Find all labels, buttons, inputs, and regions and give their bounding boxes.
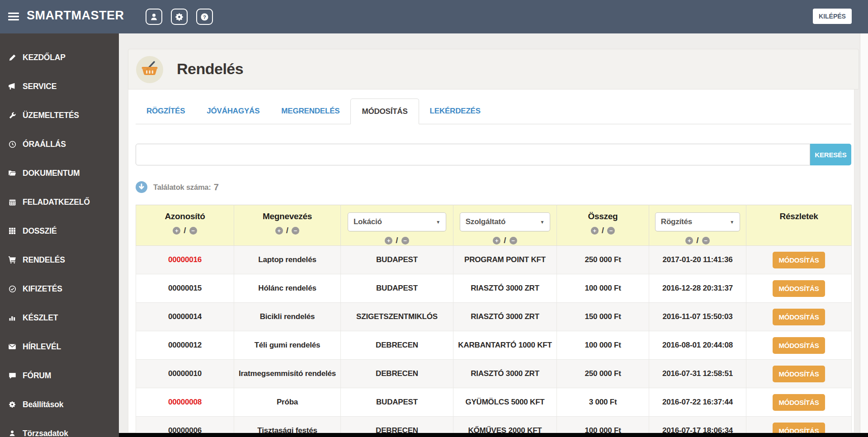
sidebar-item-dosszie[interactable]: DOSSZIÉ xyxy=(0,216,119,245)
cell-lokacio: BUDAPEST xyxy=(341,246,453,274)
cell-reszletek: MÓDOSÍTÁS xyxy=(746,360,852,388)
cell-lokacio: DEBRECEN xyxy=(341,360,453,388)
gear-icon xyxy=(175,13,184,21)
szolgaltato-filter-select[interactable]: Szolgáltató▼ xyxy=(460,212,551,231)
sort-asc-icon[interactable]: + xyxy=(275,227,283,235)
modify-button[interactable]: MÓDOSÍTÁS xyxy=(773,280,825,297)
results-summary: Találatok száma: 7 xyxy=(136,181,219,193)
sidebar-item-rendeles[interactable]: RENDELÉS xyxy=(0,245,119,274)
hamburger-menu-button[interactable] xyxy=(8,12,19,21)
sidebar-item-oraallas[interactable]: ÓRAÁLLÁS xyxy=(0,130,119,159)
cell-lokacio: BUDAPEST xyxy=(341,388,453,417)
sidebar-item-dokumentum[interactable]: DOKUMENTUM xyxy=(0,159,119,188)
svg-text:?: ? xyxy=(203,14,206,19)
column-header-azonosito: Azonosító +/− xyxy=(136,205,234,246)
sidebar-item-torzsadatok[interactable]: Törzsadatok xyxy=(0,419,119,437)
tab-megrendeles[interactable]: MEGRENDELÉS xyxy=(270,99,350,124)
cell-megnevezes: Próba xyxy=(234,388,341,417)
gear-icon xyxy=(8,400,17,409)
modify-button[interactable]: MÓDOSÍTÁS xyxy=(773,337,825,354)
sort-asc-icon[interactable]: + xyxy=(591,227,599,235)
sort-controls: +/− xyxy=(557,226,649,235)
navbar-icon-group: ? xyxy=(146,9,213,25)
main-content: Rendelés RÖGZÍTÉS JÓVÁHAGYÁS MEGRENDELÉS… xyxy=(119,33,868,437)
sort-desc-icon[interactable]: − xyxy=(509,237,517,244)
sort-desc-icon[interactable]: − xyxy=(189,227,197,235)
cell-reszletek: MÓDOSÍTÁS xyxy=(746,274,852,303)
table-header-row: Azonosító +/− Megnevezés +/− Lokáció▼ +/… xyxy=(136,205,852,246)
sidebar-item-kifizetes[interactable]: KIFIZETÉS xyxy=(0,274,119,303)
modify-button[interactable]: MÓDOSÍTÁS xyxy=(773,366,825,382)
cell-szolgaltato: GYÜMÖLCS 5000 KFT xyxy=(453,388,557,417)
scrollbar-track[interactable] xyxy=(860,33,868,433)
sort-asc-icon[interactable]: + xyxy=(173,227,180,235)
check-circle-icon xyxy=(8,285,17,293)
tab-rogzites[interactable]: RÖGZÍTÉS xyxy=(136,99,196,124)
table-row: 00000014 Bicikli rendelés SZIGETSZENTMIK… xyxy=(136,303,852,331)
logout-button[interactable]: KILÉPÉS xyxy=(813,9,852,24)
sidebar-item-hirlevel[interactable]: HÍRLEVÉL xyxy=(0,332,119,361)
sort-asc-icon[interactable]: + xyxy=(493,237,500,244)
search-button[interactable]: KERESÉS xyxy=(810,144,851,165)
sort-desc-icon[interactable]: − xyxy=(607,227,615,235)
wrench-icon xyxy=(8,111,17,119)
cell-szolgaltato: PROGRAM POINT KFT xyxy=(453,246,557,274)
cell-megnevezes: Hólánc rendelés xyxy=(234,274,341,303)
settings-button[interactable] xyxy=(171,9,188,25)
cell-azonosito: 00000015 xyxy=(136,274,234,303)
sort-desc-icon[interactable]: − xyxy=(292,227,299,235)
search-input[interactable] xyxy=(136,144,810,165)
results-count: 7 xyxy=(214,182,219,193)
modify-button[interactable]: MÓDOSÍTÁS xyxy=(773,394,825,411)
cell-lokacio: DEBRECEN xyxy=(341,331,453,360)
cell-lokacio: SZIGETSZENTMIKLÓS xyxy=(341,303,453,331)
sort-asc-icon[interactable]: + xyxy=(685,237,693,244)
column-header-osszeg: Összeg +/− xyxy=(557,205,649,246)
megaphone-icon xyxy=(8,82,17,90)
sidebar-item-keszlet[interactable]: KÉSZLET xyxy=(0,303,119,332)
modify-button[interactable]: MÓDOSÍTÁS xyxy=(773,309,825,325)
help-button[interactable]: ? xyxy=(196,9,213,25)
cell-rogzites: 2016-07-22 16:37:44 xyxy=(649,388,746,417)
sidebar-item-feladatkezelo[interactable]: FELADATKEZELŐ xyxy=(0,188,119,216)
sidebar-item-uzemeltetes[interactable]: ÜZEMELTETÉS xyxy=(0,101,119,130)
modify-button[interactable]: MÓDOSÍTÁS xyxy=(773,252,825,268)
cell-reszletek: MÓDOSÍTÁS xyxy=(746,246,852,274)
column-header-lokacio: Lokáció▼ +/− xyxy=(341,205,453,246)
basket-icon xyxy=(136,56,163,83)
sort-asc-icon[interactable]: + xyxy=(385,237,392,244)
cell-megnevezes: Laptop rendelés xyxy=(234,246,341,274)
page-title: Rendelés xyxy=(177,60,243,78)
top-navbar: SMARTMASTER ? KILÉPÉS xyxy=(0,0,868,33)
rogzites-filter-select[interactable]: Rögzítés▼ xyxy=(655,212,740,231)
chevron-down-icon: ▼ xyxy=(436,220,440,225)
lokacio-filter-select[interactable]: Lokáció▼ xyxy=(348,212,446,231)
table-row: 00000016 Laptop rendelés BUDAPEST PROGRA… xyxy=(136,246,852,274)
cell-osszeg: 3 000 Ft xyxy=(557,388,649,417)
sidebar-item-service[interactable]: SERVICE xyxy=(0,72,119,101)
arrow-down-circle-icon[interactable] xyxy=(136,181,147,193)
tab-modositas[interactable]: MÓDOSÍTÁS xyxy=(350,99,419,124)
cell-reszletek: MÓDOSÍTÁS xyxy=(746,388,852,417)
column-header-reszletek: Részletek xyxy=(746,205,852,246)
column-header-szolgaltato: Szolgáltató▼ +/− xyxy=(453,205,557,246)
table-row: 00000012 Téli gumi rendelés DEBRECEN KAR… xyxy=(136,331,852,360)
application-window: SMARTMASTER ? KILÉPÉS KEZDŐLAP SERVICE Ü… xyxy=(0,0,868,437)
profile-button[interactable] xyxy=(146,9,162,25)
cell-azonosito: 00000010 xyxy=(136,360,234,388)
sort-desc-icon[interactable]: − xyxy=(401,237,409,244)
chevron-down-icon: ▼ xyxy=(730,220,734,225)
tab-jovahagyas[interactable]: JÓVÁHAGYÁS xyxy=(196,99,270,124)
tab-lekerdezes[interactable]: LEKÉRDEZÉS xyxy=(419,99,491,124)
sort-desc-icon[interactable]: − xyxy=(702,237,710,244)
cell-szolgaltato: RIASZTÓ 3000 ZRT xyxy=(453,274,557,303)
sidebar-item-forum[interactable]: FÓRUM xyxy=(0,361,119,390)
bottom-bar xyxy=(119,433,868,437)
cell-szolgaltato: KARBANTARTÓ 1000 KFT xyxy=(453,331,557,360)
sidebar-item-kezdolap[interactable]: KEZDŐLAP xyxy=(0,43,119,72)
cell-szolgaltato: RIASZTÓ 3000 ZRT xyxy=(453,303,557,331)
chevron-down-icon: ▼ xyxy=(540,220,544,225)
cell-osszeg: 250 000 Ft xyxy=(557,360,649,388)
sidebar-item-beallitasok[interactable]: Beállítások xyxy=(0,390,119,419)
cell-megnevezes: Bicikli rendelés xyxy=(234,303,341,331)
